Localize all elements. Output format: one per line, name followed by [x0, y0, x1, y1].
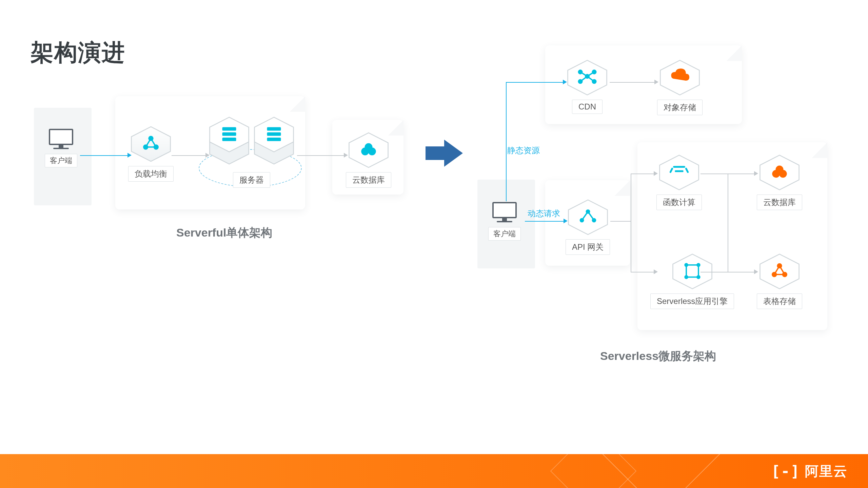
conn-fork-fc-arrow [654, 171, 658, 176]
svg-marker-31 [673, 254, 712, 289]
conn-to-rds-arrow [754, 171, 758, 176]
conn-client-up [506, 82, 507, 201]
conn-apigw-out [610, 221, 631, 222]
ots-icon [758, 253, 801, 290]
svg-rect-8 [222, 133, 236, 136]
right-sae-node: Serverless应用引擎 [650, 253, 734, 309]
apigw-icon [566, 199, 610, 236]
client-pc-icon [492, 202, 517, 224]
right-rds-label: 云数据库 [757, 195, 802, 210]
left-client-label: 客户端 [45, 154, 77, 167]
left-section-caption: Serverful单体架构 [176, 225, 272, 241]
fc-icon [657, 154, 701, 191]
sae-icon [671, 253, 714, 290]
cdn-icon [566, 59, 609, 96]
left-conn-slb-server-arrow [205, 153, 210, 158]
svg-rect-9 [222, 138, 236, 141]
conn-to-ots-arrow [754, 269, 758, 274]
right-client-node: 客户端 [488, 202, 521, 241]
conn-up-to-cdn [506, 82, 564, 83]
svg-marker-18 [426, 140, 463, 167]
svg-marker-41 [760, 254, 799, 289]
svg-point-17 [364, 143, 372, 151]
conn-cdn-oss [610, 82, 655, 83]
brand-logo: [-] 阿里云 [771, 462, 848, 481]
svg-marker-26 [568, 200, 607, 235]
left-rds-label: 云数据库 [346, 172, 391, 188]
left-rds-node: 云数据库 [346, 131, 391, 188]
conn-fork-sae-arrow [654, 269, 658, 274]
left-conn-client-slb-arrow [127, 153, 132, 158]
svg-rect-13 [267, 138, 281, 141]
conn-client-apigw-arrow [564, 219, 568, 223]
right-sae-label: Serverless应用引擎 [650, 293, 734, 309]
conn-fc-out [701, 174, 728, 174]
right-apigw-label: API 网关 [566, 239, 610, 255]
right-cdn-label: CDN [572, 100, 603, 114]
svg-point-40 [775, 166, 783, 174]
svg-marker-0 [131, 127, 170, 161]
left-conn-server-db [297, 155, 344, 156]
brand-text: 阿里云 [805, 462, 848, 481]
left-client-node: 客户端 [45, 129, 77, 167]
conn-right-fork-v [728, 174, 728, 272]
left-slb-label: 负载均衡 [128, 166, 174, 182]
client-pc-icon [49, 129, 73, 150]
right-fc-label: 函数计算 [656, 195, 702, 210]
svg-rect-7 [222, 127, 236, 130]
left-server-node: 服务器 [208, 116, 296, 188]
left-conn-server-db-arrow [344, 153, 348, 158]
conn-sae-out [701, 272, 728, 272]
oss-icon [658, 59, 702, 96]
static-label: 静态资源 [507, 145, 540, 156]
conn-to-ots [728, 272, 755, 272]
rds-icon [347, 131, 390, 169]
right-ots-node: 表格存储 [757, 253, 802, 309]
left-slb-node: 负载均衡 [128, 125, 174, 182]
right-client-label: 客户端 [488, 227, 521, 241]
brand-bracket-icon: [-] [771, 463, 800, 480]
right-cdn-node: CDN [566, 59, 609, 114]
rds-icon [758, 154, 801, 191]
svg-point-34 [697, 264, 700, 266]
slb-icon [129, 125, 173, 163]
svg-rect-11 [267, 127, 281, 130]
right-section-caption: Serverless微服务架构 [600, 348, 716, 364]
slide-title: 架构演进 [31, 37, 125, 68]
right-fc-node: 函数计算 [656, 154, 702, 210]
left-conn-client-slb [80, 155, 128, 156]
right-oss-node: 对象存储 [657, 59, 703, 115]
conn-to-rds [728, 174, 755, 174]
conn-client-apigw [525, 221, 564, 222]
left-conn-slb-server [172, 155, 206, 156]
transition-arrow-icon [426, 140, 463, 167]
conn-cdn-arrow [563, 80, 567, 84]
footer-bar: [-] 阿里云 [0, 454, 868, 488]
svg-point-36 [697, 276, 700, 279]
conn-fork-sae [631, 272, 654, 272]
svg-marker-30 [659, 155, 698, 190]
conn-fork-fc [631, 174, 654, 174]
svg-point-33 [685, 264, 688, 266]
conn-cdn-oss-arrow [654, 80, 658, 84]
left-server-label: 服务器 [233, 172, 270, 188]
svg-point-35 [685, 276, 688, 279]
right-ots-label: 表格存储 [757, 293, 802, 309]
right-apigw-node: API 网关 [566, 199, 610, 255]
conn-apigw-fork-v [631, 174, 631, 272]
right-oss-label: 对象存储 [657, 100, 703, 115]
right-rds-node: 云数据库 [757, 154, 802, 210]
dynamic-label: 动态请求 [528, 208, 560, 219]
svg-rect-12 [267, 133, 281, 136]
